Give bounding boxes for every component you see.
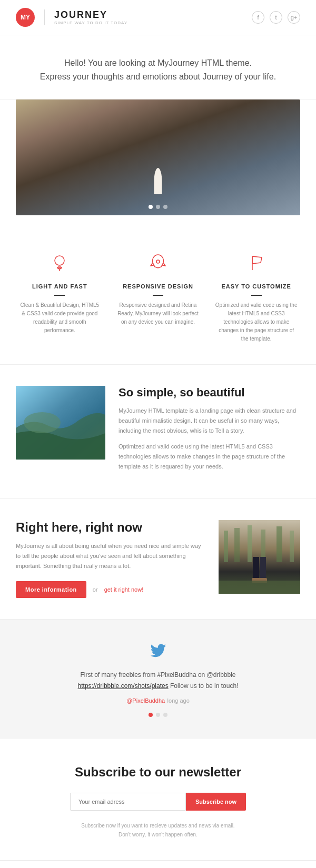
feature-responsive-title: RESPONSIVE DESIGN <box>117 283 200 290</box>
hero-dot-1[interactable] <box>149 205 153 209</box>
facebook-icon[interactable]: f <box>252 11 264 24</box>
svg-rect-15 <box>253 557 259 581</box>
svg-rect-16 <box>260 557 266 581</box>
newsletter-notice: Subscribe now if you want to recieve upd… <box>16 821 300 839</box>
right-here-content: Right here, right now MyJourney is all a… <box>16 520 205 598</box>
svg-rect-9 <box>224 531 228 562</box>
svg-rect-11 <box>248 525 252 562</box>
right-here-text: MyJourney is all about being useful when… <box>16 541 205 571</box>
twitter-dot-2[interactable] <box>156 713 160 717</box>
hero-dots <box>149 205 167 209</box>
twitter-pagination <box>16 713 300 717</box>
right-here-section: Right here, right now MyJourney is all a… <box>0 499 316 620</box>
hero-bg <box>16 99 300 215</box>
feature-responsive-underline <box>153 295 163 296</box>
twitter-handle: @PixelBuddha <box>126 697 165 704</box>
twitter-dot-1[interactable] <box>149 713 153 717</box>
svg-point-4 <box>156 260 160 263</box>
lightbulb-icon <box>18 252 101 275</box>
footer: f t g+ <box>0 861 316 868</box>
simple-text-2: Optimized and valid code using the lates… <box>118 442 300 471</box>
hero-dot-2[interactable] <box>156 205 160 209</box>
hero-section <box>0 99 316 231</box>
header-social-icons: f t g+ <box>252 11 300 24</box>
right-here-title: Right here, right now <box>16 520 205 535</box>
header: MY JOURNEY SIMPLE WAY TO DO IT TODAY f t… <box>0 0 316 35</box>
svg-point-0 <box>55 256 64 265</box>
rocket-icon <box>117 252 200 275</box>
email-input[interactable] <box>70 793 186 811</box>
logo-divider <box>44 9 45 25</box>
simple-title: So simple, so beautiful <box>118 386 300 400</box>
simple-content: So simple, so beautiful MyJourney HTML t… <box>118 386 300 477</box>
feature-customize-title: EASY TO CUSTOMIZE <box>215 283 298 290</box>
svg-rect-14 <box>290 531 294 562</box>
subscribe-button[interactable]: Subscribe now <box>186 793 246 811</box>
svg-rect-19 <box>219 581 300 594</box>
twitter-icon[interactable]: t <box>270 11 282 24</box>
flag-icon <box>215 252 298 275</box>
feature-light-desc: Clean & Beautiful Design, HTML5 & CSS3 v… <box>18 301 101 335</box>
intro-text: Hello! You are looking at MyJourney HTML… <box>32 56 284 83</box>
twitter-link[interactable]: https://dribbble.com/shots/plates <box>78 682 169 690</box>
feature-light-underline <box>54 295 65 296</box>
logo-circle: MY <box>16 8 35 27</box>
feature-light-title: LIGHT AND FAST <box>18 283 101 290</box>
feature-customize-desc: Optimized and valid code using the lates… <box>215 301 298 343</box>
hero-figure <box>154 168 162 194</box>
twitter-time: long ago <box>167 697 190 704</box>
feature-responsive: RESPONSIVE DESIGN Responsive designed an… <box>109 252 208 343</box>
simple-image <box>16 386 105 460</box>
logo-subtitle: SIMPLE WAY TO DO IT TODAY <box>54 21 127 25</box>
twitter-bird-icon <box>16 641 300 662</box>
more-info-button[interactable]: More information <box>16 581 86 598</box>
features-section: LIGHT AND FAST Clean & Beautiful Design,… <box>0 231 316 365</box>
feature-customize-underline <box>251 295 262 296</box>
hero-dot-3[interactable] <box>163 205 167 209</box>
newsletter-form: Subscribe now <box>16 793 300 811</box>
feature-responsive-desc: Responsive designed and Retina Ready, My… <box>117 301 200 326</box>
twitter-meta: @PixelBuddha long ago <box>16 695 300 705</box>
logo-text: JOURNEY SIMPLE WAY TO DO IT TODAY <box>54 9 127 25</box>
logo-title: JOURNEY <box>54 9 127 21</box>
twitter-section: First of many freebies from #PixelBuddha… <box>0 620 316 739</box>
svg-rect-13 <box>276 526 282 562</box>
googleplus-icon[interactable]: g+ <box>288 11 300 24</box>
simple-text-1: MyJourney HTML template is a landing pag… <box>118 406 300 435</box>
feature-light: LIGHT AND FAST Clean & Beautiful Design,… <box>11 252 109 343</box>
newsletter-section: Subscribe to our newsletter Subscribe no… <box>0 739 316 861</box>
hero-image <box>16 99 300 215</box>
right-here-actions: More information or get it right now! <box>16 581 205 598</box>
or-text: or <box>93 586 98 593</box>
right-here-image <box>219 520 300 594</box>
logo-area: MY JOURNEY SIMPLE WAY TO DO IT TODAY <box>16 8 127 27</box>
newsletter-title: Subscribe to our newsletter <box>16 765 300 780</box>
intro-section: Hello! You are looking at MyJourney HTML… <box>0 35 316 99</box>
get-it-link[interactable]: get it right now! <box>104 586 144 593</box>
twitter-text: First of many freebies from #PixelBuddha… <box>16 670 300 691</box>
twitter-dot-3[interactable] <box>163 713 167 717</box>
feature-customize: EASY TO CUSTOMIZE Optimized and valid co… <box>207 252 305 343</box>
logo-my: MY <box>21 14 30 21</box>
simple-section: So simple, so beautiful MyJourney HTML t… <box>0 365 316 499</box>
svg-point-7 <box>24 412 61 433</box>
svg-rect-10 <box>234 528 240 562</box>
